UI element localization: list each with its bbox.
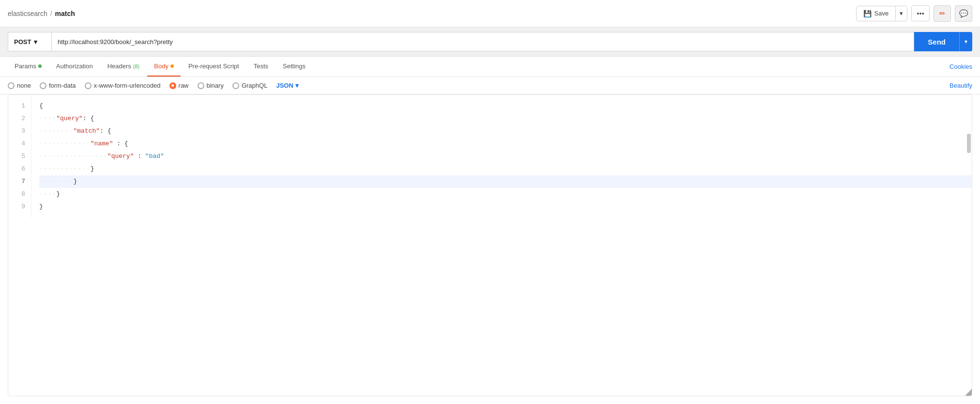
method-selector[interactable]: POST ▾ — [8, 32, 51, 51]
beautify-button[interactable]: Beautify — [949, 82, 972, 89]
breadcrumb-current: match — [55, 10, 75, 17]
edit-button[interactable]: ✏ — [934, 5, 951, 22]
tab-tests-label: Tests — [254, 62, 268, 70]
line-numbers: 1 2 3 4 5 6 7 8 9 — [8, 95, 31, 218]
line-num-6: 6 — [8, 163, 31, 175]
save-dropdown-button[interactable]: ▾ — [895, 6, 907, 20]
line-num-7: 7 — [8, 175, 31, 188]
top-bar-actions: 💾 Save ▾ ••• ✏ 💬 — [856, 5, 972, 22]
tab-tests[interactable]: Tests — [247, 57, 275, 77]
radio-raw-label: raw — [179, 82, 189, 89]
headers-badge: (8) — [133, 63, 139, 69]
radio-graphql-label: GraphQL — [242, 82, 267, 89]
line-num-5: 5 — [8, 150, 31, 163]
line-num-2: 2 — [8, 112, 31, 125]
radio-form-data-label: form-data — [49, 82, 76, 89]
tab-body[interactable]: Body — [147, 57, 181, 77]
resize-handle[interactable] — [965, 389, 972, 396]
radio-circle-none — [8, 82, 15, 89]
save-button[interactable]: 💾 Save — [857, 6, 896, 21]
save-btn-group: 💾 Save ▾ — [856, 6, 908, 21]
tab-headers-label: Headers — [107, 62, 131, 70]
code-line-4: ············"name" : { — [39, 138, 972, 150]
pencil-icon: ✏ — [939, 9, 946, 18]
send-button[interactable]: Send — [914, 32, 959, 51]
code-line-3: ········"match": { — [39, 125, 972, 138]
top-bar: elasticsearch / match 💾 Save ▾ ••• ✏ 💬 — [0, 0, 980, 27]
tab-pre-request-script[interactable]: Pre-request Script — [182, 57, 246, 77]
code-line-8: ····} — [39, 188, 972, 201]
tab-params[interactable]: Params — [8, 57, 48, 77]
radio-urlencoded[interactable]: x-www-form-urlencoded — [85, 82, 161, 89]
code-line-2: ····"query": { — [39, 112, 972, 125]
code-line-9: } — [39, 201, 972, 213]
params-dot — [38, 64, 42, 68]
tab-headers[interactable]: Headers (8) — [101, 57, 147, 77]
line-num-8: 8 — [8, 188, 31, 201]
breadcrumb-parent[interactable]: elasticsearch — [8, 10, 47, 17]
url-bar-section: POST ▾ Send ▾ — [0, 27, 980, 57]
app-container: elasticsearch / match 💾 Save ▾ ••• ✏ 💬 — [0, 0, 980, 404]
tabs-row: Params Authorization Headers (8) Body Pr… — [0, 57, 980, 77]
send-chevron-icon: ▾ — [965, 38, 967, 45]
code-editor[interactable]: 1 2 3 4 5 6 7 8 9 { ····"query": { ·····… — [8, 95, 972, 218]
tab-authorization-label: Authorization — [56, 62, 93, 70]
line-num-3: 3 — [8, 125, 31, 138]
cookies-link[interactable]: Cookies — [949, 63, 972, 70]
json-type-selector[interactable]: JSON ▾ — [276, 82, 298, 89]
code-line-5: ················"query" : "bad" — [39, 150, 972, 163]
tab-body-label: Body — [154, 62, 168, 70]
radio-circle-form-data — [40, 82, 46, 89]
radio-circle-raw — [169, 82, 176, 89]
code-line-1: { — [39, 100, 972, 112]
radio-binary[interactable]: binary — [198, 82, 224, 89]
tab-authorization[interactable]: Authorization — [49, 57, 100, 77]
chat-icon: 💬 — [959, 9, 968, 18]
body-dot — [170, 64, 174, 68]
radio-circle-urlencoded — [85, 82, 92, 89]
chevron-down-icon: ▾ — [900, 10, 903, 17]
tab-settings[interactable]: Settings — [276, 57, 312, 77]
radio-none[interactable]: none — [8, 82, 31, 89]
radio-none-label: none — [17, 82, 31, 89]
body-type-options: none form-data x-www-form-urlencoded raw… — [8, 82, 299, 89]
radio-circle-graphql — [232, 82, 239, 89]
comments-button[interactable]: 💬 — [955, 5, 972, 22]
radio-graphql[interactable]: GraphQL — [232, 82, 267, 89]
code-line-6: ············} — [39, 163, 972, 175]
tab-params-label: Params — [15, 62, 36, 70]
line-num-4: 4 — [8, 138, 31, 150]
save-label: Save — [874, 10, 889, 17]
radio-circle-binary — [198, 82, 204, 89]
tabs-left: Params Authorization Headers (8) Body Pr… — [8, 57, 312, 77]
code-editor-container: 1 2 3 4 5 6 7 8 9 { ····"query": { ·····… — [8, 94, 972, 396]
tab-settings-label: Settings — [283, 62, 306, 70]
scrollbar[interactable] — [967, 134, 971, 153]
url-input[interactable] — [51, 32, 914, 51]
method-label: POST — [14, 38, 31, 46]
radio-binary-label: binary — [207, 82, 224, 89]
send-dropdown-button[interactable]: ▾ — [959, 32, 972, 51]
json-type-label: JSON — [276, 82, 293, 89]
radio-form-data[interactable]: form-data — [40, 82, 76, 89]
floppy-icon: 💾 — [863, 10, 872, 17]
tab-pre-request-label: Pre-request Script — [188, 62, 239, 70]
breadcrumb-separator: / — [50, 10, 52, 17]
send-btn-group: Send ▾ — [914, 32, 972, 51]
code-line-7: ········} — [39, 175, 972, 188]
method-chevron-icon: ▾ — [34, 38, 37, 46]
breadcrumb: elasticsearch / match — [8, 10, 75, 17]
more-button[interactable]: ••• — [911, 5, 930, 21]
body-type-row: none form-data x-www-form-urlencoded raw… — [0, 77, 980, 94]
radio-urlencoded-label: x-www-form-urlencoded — [94, 82, 161, 89]
json-chevron-icon: ▾ — [295, 82, 299, 89]
line-num-9: 9 — [8, 201, 31, 213]
line-num-1: 1 — [8, 100, 31, 112]
code-content[interactable]: { ····"query": { ········"match": { ····… — [31, 95, 972, 218]
radio-raw[interactable]: raw — [169, 82, 189, 89]
